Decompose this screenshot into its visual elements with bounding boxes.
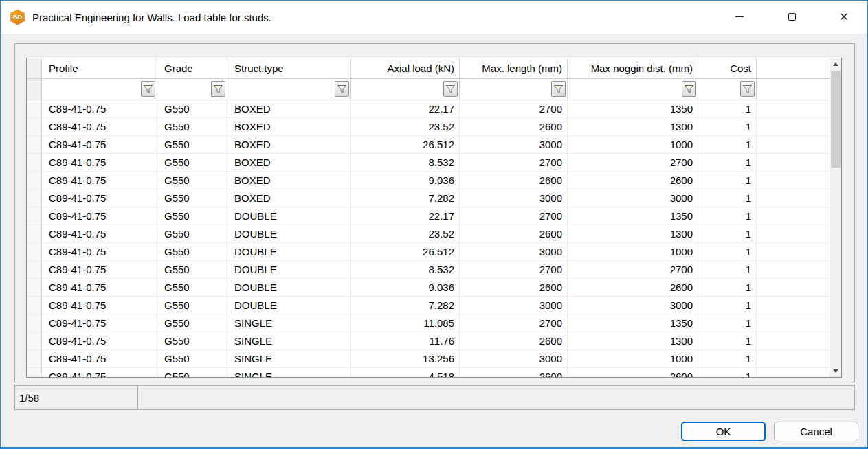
- table-cell[interactable]: 1300: [568, 225, 698, 243]
- table-cell[interactable]: C89-41-0.75: [42, 332, 157, 350]
- table-cell[interactable]: 1: [698, 225, 757, 243]
- filter-cell[interactable]: [698, 79, 757, 100]
- table-cell[interactable]: 1: [698, 189, 757, 207]
- table-cell[interactable]: DOUBLE: [227, 279, 351, 297]
- table-cell[interactable]: 1: [698, 154, 757, 172]
- table-cell[interactable]: 1350: [568, 314, 698, 332]
- column-header[interactable]: Max noggin dist. (mm): [568, 58, 698, 79]
- table-cell[interactable]: G550: [157, 225, 227, 243]
- table-cell[interactable]: 1: [698, 207, 757, 225]
- table-cell[interactable]: 8.532: [351, 261, 460, 279]
- table-row[interactable]: C89-41-0.75G550DOUBLE26.512300010001: [27, 243, 830, 261]
- table-row[interactable]: C89-41-0.75G550DOUBLE22.17270013501: [27, 207, 830, 225]
- row-selector-cell[interactable]: [27, 279, 42, 297]
- table-row[interactable]: C89-41-0.75G550BOXED9.036260026001: [27, 172, 830, 189]
- row-selector-cell[interactable]: [27, 225, 42, 243]
- table-cell[interactable]: 23.52: [351, 225, 460, 243]
- filter-button[interactable]: [551, 81, 566, 97]
- table-cell[interactable]: 1000: [568, 243, 698, 261]
- table-cell[interactable]: 11.085: [351, 314, 460, 332]
- row-selector-cell[interactable]: [27, 136, 42, 154]
- table-cell[interactable]: 2600: [460, 225, 568, 243]
- row-selector-cell[interactable]: [27, 172, 42, 189]
- filter-cell[interactable]: [460, 79, 568, 100]
- table-row[interactable]: C89-41-0.75G550DOUBLE23.52260013001: [27, 225, 830, 243]
- table-cell[interactable]: 26.512: [351, 243, 460, 261]
- table-cell[interactable]: 2600: [460, 118, 568, 136]
- table-row[interactable]: C89-41-0.75G550BOXED26.512300010001: [27, 136, 830, 154]
- table-cell[interactable]: 3000: [460, 297, 568, 314]
- table-row[interactable]: C89-41-0.75G550DOUBLE7.282300030001: [27, 297, 830, 314]
- table-cell[interactable]: 1: [698, 314, 757, 332]
- filter-button[interactable]: [682, 81, 696, 97]
- scroll-up-button[interactable]: [830, 58, 841, 70]
- table-cell[interactable]: DOUBLE: [227, 261, 351, 279]
- row-selector-cell[interactable]: [27, 368, 42, 377]
- table-cell[interactable]: G550: [157, 279, 227, 297]
- table-cell[interactable]: 2700: [460, 100, 568, 118]
- row-selector-cell[interactable]: [27, 154, 42, 172]
- vertical-scrollbar[interactable]: [830, 58, 841, 377]
- table-cell[interactable]: 1: [698, 332, 757, 350]
- column-header[interactable]: Axial load (kN): [351, 58, 460, 79]
- table-cell[interactable]: 1: [698, 172, 757, 189]
- table-cell[interactable]: 1300: [568, 118, 698, 136]
- row-selector-cell[interactable]: [27, 314, 42, 332]
- table-cell[interactable]: C89-41-0.75: [42, 172, 157, 189]
- table-row[interactable]: C89-41-0.75G550SINGLE13.256300010001: [27, 350, 830, 368]
- row-selector-cell[interactable]: [27, 243, 42, 261]
- table-cell[interactable]: BOXED: [227, 189, 351, 207]
- table-cell[interactable]: C89-41-0.75: [42, 261, 157, 279]
- table-cell[interactable]: C89-41-0.75: [42, 297, 157, 314]
- table-cell[interactable]: 13.256: [351, 350, 460, 368]
- column-header[interactable]: Grade: [157, 58, 227, 79]
- table-cell[interactable]: G550: [157, 207, 227, 225]
- table-cell[interactable]: 2700: [568, 154, 698, 172]
- table-cell[interactable]: C89-41-0.75: [42, 207, 157, 225]
- table-cell[interactable]: 1000: [568, 136, 698, 154]
- table-cell[interactable]: 1350: [568, 100, 698, 118]
- cancel-button[interactable]: Cancel: [774, 422, 858, 441]
- column-header[interactable]: Max. length (mm): [460, 58, 568, 79]
- table-cell[interactable]: 3000: [460, 136, 568, 154]
- table-cell[interactable]: C89-41-0.75: [42, 136, 157, 154]
- table-cell[interactable]: 7.282: [351, 189, 460, 207]
- table-cell[interactable]: 23.52: [351, 118, 460, 136]
- table-cell[interactable]: 1: [698, 368, 757, 377]
- table-cell[interactable]: 2700: [460, 314, 568, 332]
- table-cell[interactable]: G550: [157, 154, 227, 172]
- row-selector-header[interactable]: [27, 58, 42, 79]
- table-cell[interactable]: 9.036: [351, 172, 460, 189]
- table-cell[interactable]: DOUBLE: [227, 225, 351, 243]
- table-cell[interactable]: G550: [157, 261, 227, 279]
- table-cell[interactable]: C89-41-0.75: [42, 118, 157, 136]
- table-cell[interactable]: G550: [157, 332, 227, 350]
- table-cell[interactable]: G550: [157, 118, 227, 136]
- ok-button[interactable]: OK: [681, 422, 766, 441]
- table-cell[interactable]: BOXED: [227, 100, 351, 118]
- table-cell[interactable]: 1350: [568, 207, 698, 225]
- table-cell[interactable]: 1: [698, 350, 757, 368]
- table-cell[interactable]: 22.17: [351, 100, 460, 118]
- maximize-button[interactable]: [776, 1, 808, 33]
- table-cell[interactable]: 2600: [460, 279, 568, 297]
- close-button[interactable]: ✕: [828, 1, 860, 33]
- table-cell[interactable]: G550: [157, 172, 227, 189]
- table-cell[interactable]: 1: [698, 279, 757, 297]
- table-cell[interactable]: 26.512: [351, 136, 460, 154]
- table-cell[interactable]: G550: [157, 350, 227, 368]
- filter-cell[interactable]: [568, 79, 698, 100]
- filter-button[interactable]: [740, 81, 755, 97]
- filter-cell[interactable]: [157, 79, 227, 100]
- table-cell[interactable]: C89-41-0.75: [42, 279, 157, 297]
- table-cell[interactable]: 2700: [460, 154, 568, 172]
- table-row[interactable]: C89-41-0.75G550SINGLE4.518260026001: [27, 368, 830, 377]
- filter-button[interactable]: [141, 81, 155, 97]
- table-cell[interactable]: 2600: [568, 279, 698, 297]
- table-cell[interactable]: 2600: [568, 368, 698, 377]
- scrollbar-thumb[interactable]: [831, 71, 841, 168]
- table-cell[interactable]: C89-41-0.75: [42, 154, 157, 172]
- table-cell[interactable]: C89-41-0.75: [42, 100, 157, 118]
- table-row[interactable]: C89-41-0.75G550BOXED23.52260013001: [27, 118, 830, 136]
- table-cell[interactable]: 2600: [568, 172, 698, 189]
